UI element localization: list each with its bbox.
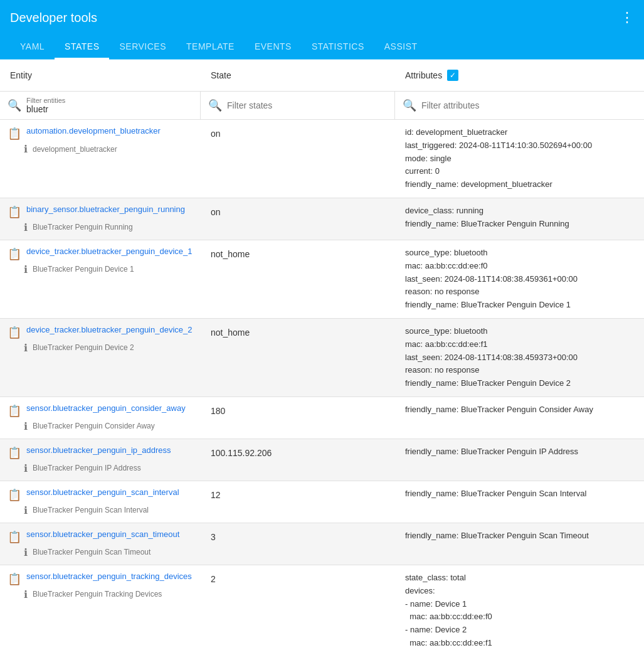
- state-cell: not_home: [201, 240, 395, 318]
- state-column-header: State: [201, 65, 395, 86]
- attributes-cell: friendly_name: BlueTracker Penguin Consi…: [395, 397, 644, 439]
- entity-cell: 📋 device_tracker.bluetracker_penguin_dev…: [0, 240, 201, 318]
- entity-filter-label: Filter entities: [26, 97, 193, 104]
- state-cell: 100.115.92.206: [201, 439, 395, 481]
- entity-link[interactable]: device_tracker.bluetracker_penguin_devic…: [26, 247, 193, 256]
- tab-services[interactable]: SERVICES: [109, 35, 176, 60]
- entity-filter-cell: 🔍 Filter entities: [0, 92, 201, 119]
- entity-cell: 📋 sensor.bluetracker_penguin_ip_address …: [0, 439, 201, 481]
- clipboard-icon: 📋: [8, 247, 21, 261]
- header: Developer tools ⋮: [0, 0, 644, 35]
- entity-friendly-name: BlueTracker Penguin Tracking Devices: [33, 590, 162, 599]
- entity-cell: 📋 automation.development_bluetracker ℹ d…: [0, 120, 201, 198]
- clipboard-icon: 📋: [8, 127, 21, 141]
- entity-filter-input[interactable]: [26, 104, 193, 114]
- attributes-search-icon: 🔍: [403, 98, 416, 112]
- app-title: Developer tools: [10, 11, 97, 25]
- state-cell: 3: [201, 523, 395, 565]
- entity-link[interactable]: sensor.bluetracker_penguin_consider_away: [26, 403, 186, 413]
- entity-link[interactable]: sensor.bluetracker_penguin_scan_timeout: [26, 530, 179, 539]
- table-row: 📋 device_tracker.bluetracker_penguin_dev…: [0, 240, 644, 319]
- clipboard-icon: 📋: [8, 572, 21, 586]
- entity-friendly-name: BlueTracker Penguin Consider Away: [33, 422, 155, 430]
- info-icon: ℹ: [24, 462, 28, 474]
- info-icon: ℹ: [24, 143, 28, 155]
- state-cell: 180: [201, 397, 395, 439]
- clipboard-icon: 📋: [8, 446, 21, 460]
- tab-template[interactable]: TEMPLATE: [176, 35, 245, 60]
- tab-states[interactable]: STATES: [55, 35, 109, 60]
- entity-cell: 📋 device_tracker.bluetracker_penguin_dev…: [0, 319, 201, 397]
- entity-link[interactable]: automation.development_bluetracker: [26, 126, 161, 136]
- attributes-checkbox[interactable]: ✓: [447, 70, 458, 81]
- table-row: 📋 device_tracker.bluetracker_penguin_dev…: [0, 319, 644, 397]
- clipboard-icon: 📋: [8, 404, 21, 418]
- entity-link[interactable]: sensor.bluetracker_penguin_tracking_devi…: [26, 572, 192, 581]
- states-table: Entity State Attributes ✓ 🔍 Filter entit…: [0, 60, 644, 660]
- entity-friendly-name: BlueTracker Penguin Scan Interval: [33, 506, 149, 514]
- table-row: 📋 sensor.bluetracker_penguin_consider_aw…: [0, 397, 644, 439]
- entity-friendly-name: BlueTracker Penguin Running: [33, 223, 133, 232]
- entity-cell: 📋 sensor.bluetracker_penguin_tracking_de…: [0, 565, 201, 660]
- table-row: 📋 sensor.bluetracker_penguin_tracking_de…: [0, 565, 644, 660]
- info-icon: ℹ: [24, 504, 28, 516]
- entity-link[interactable]: binary_sensor.bluetracker_penguin_runnin…: [26, 205, 185, 214]
- nav-tabs: YAML STATES SERVICES TEMPLATE EVENTS STA…: [0, 35, 644, 60]
- entity-friendly-name: BlueTracker Penguin IP Address: [33, 464, 141, 472]
- attributes-filter-cell: 🔍: [395, 92, 644, 119]
- attributes-cell: source_type: bluetooth mac: aa:bb:cc:dd:…: [395, 319, 644, 397]
- column-headers: Entity State Attributes ✓: [0, 60, 644, 92]
- state-cell: on: [201, 198, 395, 240]
- attributes-cell: id: development_bluetracker last_trigger…: [395, 120, 644, 198]
- entity-search-icon: 🔍: [8, 98, 21, 112]
- table-rows: 📋 automation.development_bluetracker ℹ d…: [0, 120, 644, 660]
- clipboard-icon: 📋: [8, 205, 21, 219]
- entity-cell: 📋 binary_sensor.bluetracker_penguin_runn…: [0, 198, 201, 240]
- entity-link[interactable]: sensor.bluetracker_penguin_ip_address: [26, 445, 171, 455]
- attributes-cell: friendly_name: BlueTracker Penguin Scan …: [395, 481, 644, 523]
- entity-friendly-name: BlueTracker Penguin Device 2: [33, 343, 134, 352]
- tab-statistics[interactable]: STATISTICS: [302, 35, 374, 60]
- clipboard-icon: 📋: [8, 530, 21, 544]
- info-icon: ℹ: [24, 420, 28, 432]
- clipboard-icon: 📋: [8, 326, 21, 339]
- entity-link[interactable]: sensor.bluetracker_penguin_scan_interval: [26, 487, 179, 497]
- attributes-cell: device_class: running friendly_name: Blu…: [395, 198, 644, 240]
- attributes-filter-input[interactable]: [421, 100, 636, 110]
- tab-events[interactable]: EVENTS: [245, 35, 302, 60]
- info-icon: ℹ: [24, 546, 28, 558]
- entity-friendly-name: development_bluetracker: [33, 145, 117, 154]
- tab-yaml[interactable]: YAML: [10, 35, 55, 60]
- entity-cell: 📋 sensor.bluetracker_penguin_scan_interv…: [0, 481, 201, 523]
- info-icon: ℹ: [24, 263, 28, 275]
- attributes-cell: state_class: total devices: - name: Devi…: [395, 565, 644, 660]
- table-row: 📋 sensor.bluetracker_penguin_ip_address …: [0, 439, 644, 481]
- table-row: 📋 sensor.bluetracker_penguin_scan_timeou…: [0, 523, 644, 565]
- filter-row: 🔍 Filter entities 🔍 🔍: [0, 92, 644, 120]
- table-row: 📋 sensor.bluetracker_penguin_scan_interv…: [0, 481, 644, 523]
- info-icon: ℹ: [24, 221, 28, 233]
- entity-column-header: Entity: [0, 65, 201, 86]
- state-filter-cell: 🔍: [201, 92, 395, 119]
- state-filter-input[interactable]: [227, 100, 387, 110]
- entity-cell: 📋 sensor.bluetracker_penguin_consider_aw…: [0, 397, 201, 439]
- info-icon: ℹ: [24, 588, 28, 600]
- info-icon: ℹ: [24, 342, 28, 354]
- attributes-cell: friendly_name: BlueTracker Penguin Scan …: [395, 523, 644, 565]
- entity-friendly-name: BlueTracker Penguin Scan Timeout: [33, 548, 150, 556]
- entity-cell: 📋 sensor.bluetracker_penguin_scan_timeou…: [0, 523, 201, 565]
- state-search-icon: 🔍: [208, 98, 222, 112]
- entity-link[interactable]: device_tracker.bluetracker_penguin_devic…: [26, 325, 193, 334]
- attributes-column-header: Attributes ✓: [395, 65, 644, 86]
- entity-friendly-name: BlueTracker Penguin Device 1: [33, 265, 134, 274]
- menu-icon[interactable]: ⋮: [620, 9, 634, 26]
- state-cell: not_home: [201, 319, 395, 397]
- state-cell: 2: [201, 565, 395, 660]
- table-row: 📋 binary_sensor.bluetracker_penguin_runn…: [0, 198, 644, 240]
- attributes-cell: source_type: bluetooth mac: aa:bb:cc:dd:…: [395, 240, 644, 318]
- attributes-cell: friendly_name: BlueTracker Penguin IP Ad…: [395, 439, 644, 481]
- tab-assist[interactable]: ASSIST: [374, 35, 428, 60]
- state-cell: 12: [201, 481, 395, 523]
- state-cell: on: [201, 120, 395, 198]
- table-row: 📋 automation.development_bluetracker ℹ d…: [0, 120, 644, 198]
